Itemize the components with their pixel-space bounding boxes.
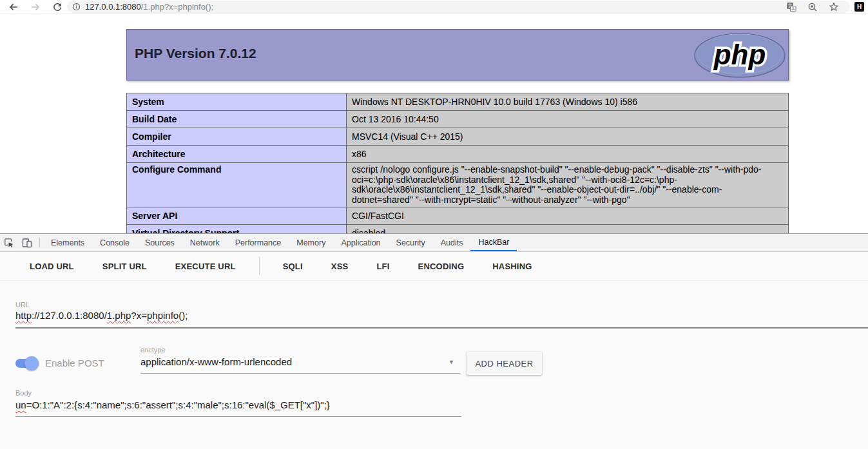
table-row: Configure Command cscript /nologo config… <box>127 163 789 207</box>
add-header-button[interactable]: ADD HEADER <box>467 352 542 375</box>
toolbar-divider <box>259 257 260 275</box>
url-input[interactable]: http://127.0.0.1:8080/1.php?x=phpinfo(); <box>15 310 188 321</box>
table-row: Compiler MSVC14 (Visual C++ 2015) <box>127 128 789 146</box>
encoding-button[interactable]: ENCODING <box>408 255 475 278</box>
zoom-icon[interactable] <box>807 2 818 12</box>
row-value: cscript /nologo configure.js "--enable-s… <box>347 163 789 207</box>
row-value: CGI/FastCGI <box>347 207 789 225</box>
translate-icon[interactable]: 文 A <box>786 2 796 12</box>
body-field-label: Body <box>15 389 32 397</box>
lfi-button[interactable]: LFI <box>366 255 400 278</box>
tab-audits[interactable]: Audits <box>433 234 471 251</box>
tab-network[interactable]: Network <box>182 234 227 251</box>
devtools-tabbar: Elements Console Sources Network Perform… <box>0 234 868 252</box>
row-value: MSVC14 (Visual C++ 2015) <box>347 128 789 146</box>
tab-application[interactable]: Application <box>333 234 388 251</box>
php-logo: php <box>693 32 787 79</box>
back-icon[interactable] <box>8 2 19 12</box>
split-url-button[interactable]: SPLIT URL <box>92 255 157 278</box>
row-value: disabled <box>347 225 789 234</box>
row-label: Virtual Directory Support <box>127 225 347 234</box>
table-row: Build Date Oct 13 2016 10:44:50 <box>127 111 789 128</box>
url-input-underline <box>15 327 868 329</box>
row-value: Oct 13 2016 10:44:50 <box>347 111 789 128</box>
tab-sources[interactable]: Sources <box>137 234 182 251</box>
enable-post-label: Enable POST <box>45 358 104 368</box>
web-page: PHP Version 7.0.12 php System Windows NT… <box>0 14 868 233</box>
load-url-button[interactable]: LOAD URL <box>19 255 84 278</box>
forward-icon[interactable] <box>30 2 41 12</box>
tab-memory[interactable]: Memory <box>289 234 333 251</box>
tabbar-divider <box>39 238 40 247</box>
tab-performance[interactable]: Performance <box>227 234 289 251</box>
phpinfo-header: PHP Version 7.0.12 php <box>126 29 789 81</box>
row-value: x86 <box>347 146 789 163</box>
tab-console[interactable]: Console <box>92 234 137 251</box>
row-label: Configure Command <box>127 163 347 207</box>
tab-security[interactable]: Security <box>389 234 433 251</box>
browser-toolbar: 127.0.0.1:8080/1.php?x=phpinfo(); 文 A H <box>0 0 868 14</box>
inspect-element-icon[interactable] <box>0 234 18 251</box>
execute-url-button[interactable]: EXECUTE URL <box>165 255 246 278</box>
url-host: 127.0.0.1:8080 <box>85 2 141 12</box>
svg-text:php: php <box>713 39 766 70</box>
enable-post-toggle[interactable] <box>15 356 39 370</box>
enctype-select[interactable]: application/x-www-form-urlencoded <box>140 356 292 367</box>
body-input-underline <box>15 416 461 417</box>
row-label: Architecture <box>127 146 347 163</box>
hashing-button[interactable]: HASHING <box>482 255 542 278</box>
hackbar-toolbar: LOAD URL SPLIT URL EXECUTE URL SQLI XSS … <box>0 252 868 281</box>
enctype-underline <box>140 373 460 374</box>
phpinfo-container: PHP Version 7.0.12 php System Windows NT… <box>126 29 789 233</box>
body-input[interactable]: un=O:1:"A":2:{s:4:"name";s:6:"assert";s:… <box>15 399 330 410</box>
sqli-button[interactable]: SQLI <box>273 255 313 278</box>
url-field-label: URL <box>15 301 30 309</box>
reload-icon[interactable] <box>52 2 63 12</box>
tab-hackbar[interactable]: HackBar <box>470 234 517 251</box>
row-label: Compiler <box>127 128 347 146</box>
page-title: PHP Version 7.0.12 <box>127 30 788 61</box>
dropdown-arrow-icon[interactable]: ▼ <box>448 359 454 365</box>
phpinfo-table: System Windows NT DESKTOP-HRN0HIV 10.0 b… <box>126 93 789 233</box>
device-toolbar-icon[interactable] <box>18 234 36 251</box>
table-row: Architecture x86 <box>127 146 789 163</box>
tab-elements[interactable]: Elements <box>43 234 92 251</box>
enctype-field-label: enctype <box>140 346 166 354</box>
row-label: Server API <box>127 207 347 225</box>
toggle-thumb <box>24 356 39 370</box>
row-label: Build Date <box>127 111 347 128</box>
table-row: Server API CGI/FastCGI <box>127 207 789 225</box>
xss-button[interactable]: XSS <box>321 255 359 278</box>
row-value: Windows NT DESKTOP-HRN0HIV 10.0 build 17… <box>347 93 789 111</box>
url-path: /1.php?x=phpinfo(); <box>141 2 213 12</box>
row-label: System <box>127 93 347 111</box>
omnibox-url[interactable]: 127.0.0.1:8080/1.php?x=phpinfo(); <box>85 2 213 12</box>
table-row: System Windows NT DESKTOP-HRN0HIV 10.0 b… <box>127 93 789 111</box>
bookmark-star-icon[interactable] <box>829 2 839 12</box>
hackbar-extension-icon[interactable]: H <box>854 2 864 12</box>
devtools-panel: Elements Console Sources Network Perform… <box>0 233 868 449</box>
page-info-icon[interactable] <box>72 3 81 11</box>
svg-text:A: A <box>791 6 795 11</box>
address-bar[interactable]: 127.0.0.1:8080/1.php?x=phpinfo(); 文 A <box>67 1 850 13</box>
table-row: Virtual Directory Support disabled <box>127 225 789 234</box>
